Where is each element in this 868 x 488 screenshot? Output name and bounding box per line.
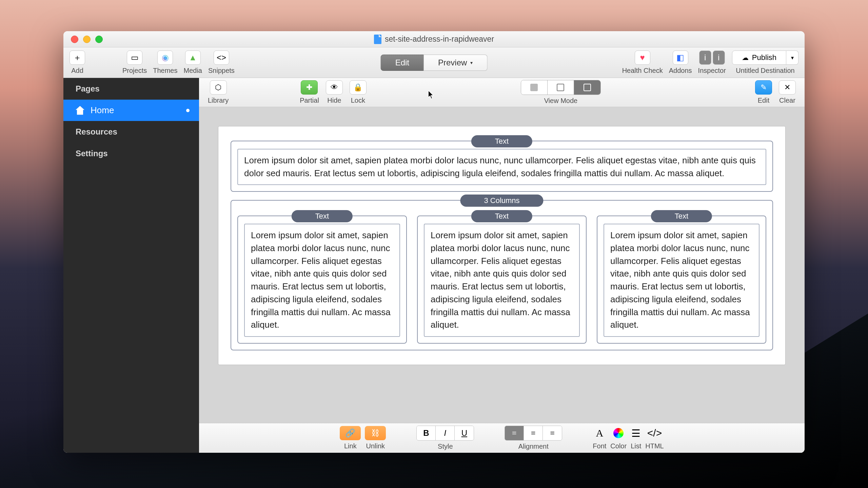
col1-text-block[interactable]: TextLorem ipsum dolor sit amet, sapien p… xyxy=(237,216,407,344)
hide-button[interactable]: 👁 Hide xyxy=(326,80,343,104)
add-button[interactable]: ＋ Add xyxy=(70,50,85,75)
list-button[interactable]: ☰List xyxy=(631,426,641,450)
window-title-text: set-site-address-in-rapidweaver xyxy=(385,35,494,44)
sidebar-pages[interactable]: Pages xyxy=(63,78,199,100)
text-block[interactable]: Text Lorem ipsum dolor sit amet, sapien … xyxy=(231,141,773,192)
traffic-lights xyxy=(63,36,103,43)
x-icon: ✕ xyxy=(779,80,796,95)
link-icon: 🔗 xyxy=(340,426,361,440)
view-mode-1[interactable] xyxy=(521,80,548,95)
page-body: Text Lorem ipsum dolor sit amet, sapien … xyxy=(218,126,786,365)
heart-icon: ♥ xyxy=(635,50,650,65)
sub-toolbar: ⬡ Library ✚ Partial 👁 Hide 🔒 Lock xyxy=(199,78,805,107)
themes-label: Themes xyxy=(153,67,177,75)
col3-text[interactable]: Lorem ipsum dolor sit amet, sapien plate… xyxy=(604,224,760,337)
close-window-button[interactable] xyxy=(71,36,78,43)
cloud-icon: ☁ xyxy=(742,54,749,62)
list-icon: ☰ xyxy=(631,426,640,440)
lock-icon: 🔒 xyxy=(350,80,367,95)
publish-button[interactable]: ☁Publish xyxy=(732,50,786,65)
media-button[interactable]: ▲ Media xyxy=(184,50,202,75)
main-toolbar: ＋ Add ▭ Projects ◉ Themes ▲ Media <> Sni… xyxy=(63,47,805,78)
html-button[interactable]: </>HTML xyxy=(645,426,664,450)
col2-text-block[interactable]: TextLorem ipsum dolor sit amet, sapien p… xyxy=(417,216,587,344)
col1-text[interactable]: Lorem ipsum dolor sit amet, sapien plate… xyxy=(244,224,400,337)
addons-button[interactable]: ◧ Addons xyxy=(669,50,692,75)
unlink-icon: ⛓ xyxy=(365,426,386,440)
link-button[interactable]: 🔗 Link xyxy=(340,426,361,450)
media-icon: ▲ xyxy=(185,50,201,65)
columns-block[interactable]: 3 Columns TextLorem ipsum dolor sit amet… xyxy=(231,200,773,350)
columns-block-label: 3 Columns xyxy=(460,195,543,207)
themes-button[interactable]: ◉ Themes xyxy=(153,50,177,75)
canvas[interactable]: Text Lorem ipsum dolor sit amet, sapien … xyxy=(199,107,805,423)
alignment-group: ≡ ≡ ≡ Alignment xyxy=(505,426,562,450)
titlebar: set-site-address-in-rapidweaver xyxy=(63,31,805,47)
info2-icon: i xyxy=(713,50,725,65)
cube-icon: ⬡ xyxy=(210,80,227,95)
window-title: set-site-address-in-rapidweaver xyxy=(374,35,494,44)
info-icon: i xyxy=(699,50,711,65)
text-content[interactable]: Lorem ipsum dolor sit amet, sapien plate… xyxy=(237,149,766,185)
underline-button[interactable]: U xyxy=(455,426,474,440)
projects-icon: ▭ xyxy=(127,50,142,65)
style-group: B I U Style xyxy=(416,426,474,450)
publish-group: ☁Publish ▾ Untitled Destination xyxy=(732,50,798,75)
document-icon xyxy=(374,35,381,44)
view-mode-2[interactable] xyxy=(548,80,574,95)
maximize-window-button[interactable] xyxy=(95,36,103,43)
app-window: set-site-address-in-rapidweaver ＋ Add ▭ … xyxy=(63,31,805,453)
projects-button[interactable]: ▭ Projects xyxy=(122,50,147,75)
sidebar-home-label: Home xyxy=(91,105,114,116)
clear-button[interactable]: ✕ Clear xyxy=(779,80,796,104)
themes-icon: ◉ xyxy=(157,50,173,65)
align-right-button[interactable]: ≡ xyxy=(543,426,562,440)
add-label: Add xyxy=(71,67,83,75)
minimize-window-button[interactable] xyxy=(83,36,91,43)
align-left-button[interactable]: ≡ xyxy=(505,426,524,440)
publish-dropdown[interactable]: ▾ xyxy=(786,50,798,65)
code-icon: </> xyxy=(647,426,662,440)
col3-text-block[interactable]: TextLorem ipsum dolor sit amet, sapien p… xyxy=(597,216,766,344)
eye-icon: 👁 xyxy=(326,80,343,95)
plus-icon: ＋ xyxy=(70,50,85,65)
inspector-label: Inspector xyxy=(698,67,726,75)
color-button[interactable]: Color xyxy=(610,426,627,450)
col2-text[interactable]: Lorem ipsum dolor sit amet, sapien plate… xyxy=(424,224,580,337)
bold-button[interactable]: B xyxy=(417,426,436,440)
preview-mode-button[interactable]: Preview▾ xyxy=(424,55,487,71)
snippets-label: Snippets xyxy=(208,67,235,75)
edit-mode-button[interactable]: Edit xyxy=(381,55,424,71)
sidebar-settings[interactable]: Settings xyxy=(63,143,199,164)
status-dot xyxy=(186,109,190,112)
library-button[interactable]: ⬡ Library xyxy=(208,80,229,104)
inspector-button[interactable]: i i Inspector xyxy=(698,50,726,75)
partial-icon: ✚ xyxy=(301,80,318,95)
mode-segment: Edit Preview▾ xyxy=(381,55,488,71)
media-label: Media xyxy=(184,67,202,75)
align-center-button[interactable]: ≡ xyxy=(524,426,543,440)
sidebar-item-home[interactable]: Home xyxy=(63,100,199,121)
font-icon: A xyxy=(596,426,603,440)
italic-button[interactable]: I xyxy=(436,426,455,440)
edit-button[interactable]: ✎ Edit xyxy=(755,80,772,104)
health-check-button[interactable]: ♥ Health Check xyxy=(622,50,663,75)
view-mode-3[interactable] xyxy=(574,80,600,95)
sidebar-resources[interactable]: Resources xyxy=(63,121,199,143)
lock-button[interactable]: 🔒 Lock xyxy=(350,80,367,104)
view-mode-group: View Mode xyxy=(521,80,601,105)
main-area: ⬡ Library ✚ Partial 👁 Hide 🔒 Lock xyxy=(199,78,805,453)
chevron-down-icon: ▾ xyxy=(470,60,473,65)
unlink-button[interactable]: ⛓ Unlink xyxy=(365,426,386,450)
snippets-icon: <> xyxy=(214,50,229,65)
addons-label: Addons xyxy=(669,67,692,75)
partial-button[interactable]: ✚ Partial xyxy=(300,80,319,104)
projects-label: Projects xyxy=(122,67,147,75)
text-block-label: Text xyxy=(471,135,532,147)
destination-label: Untitled Destination xyxy=(736,67,794,75)
sidebar: Pages Home Resources Settings xyxy=(63,78,199,453)
health-label: Health Check xyxy=(622,67,663,75)
home-icon xyxy=(76,106,84,115)
font-button[interactable]: AFont xyxy=(593,426,606,450)
snippets-button[interactable]: <> Snippets xyxy=(208,50,235,75)
